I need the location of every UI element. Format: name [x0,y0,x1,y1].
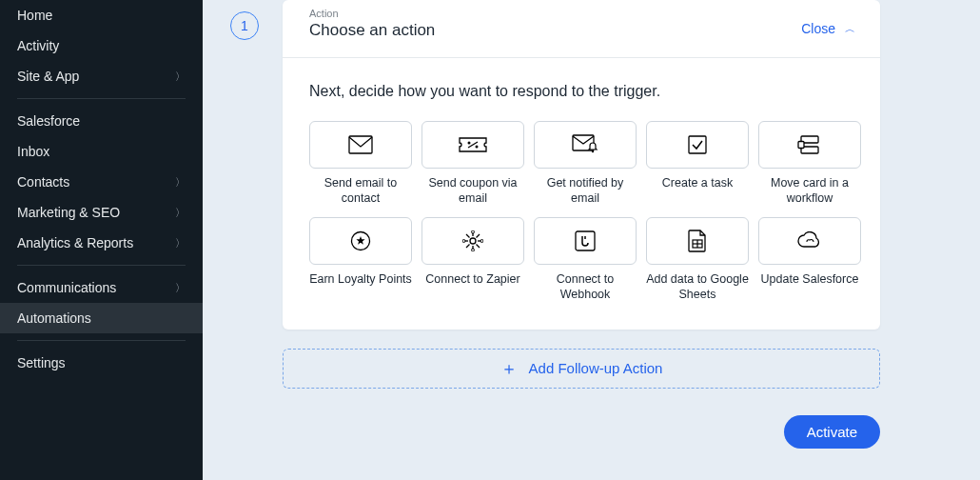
action-mail[interactable]: Send email to contact [309,121,412,206]
sheets-icon [646,217,749,265]
panel-title: Choose an action [309,21,801,40]
action-coupon[interactable]: Send coupon via email [421,121,524,206]
nav-settings[interactable]: Settings [0,348,203,378]
nav-activity[interactable]: Activity [0,30,203,61]
svg-point-20 [472,230,475,233]
nav-analytics[interactable]: Analytics & Reports〉 [0,228,203,258]
nav-salesforce[interactable]: Salesforce [0,106,203,136]
svg-point-5 [592,150,594,152]
chevron-right-icon: 〉 [175,206,186,220]
svg-rect-9 [798,142,804,149]
svg-rect-6 [689,136,706,153]
nav-communications[interactable]: Communications〉 [0,272,203,303]
action-label: Connect to Webhook [534,272,637,302]
cloud-icon [758,217,861,265]
svg-line-19 [477,234,480,238]
zapier-icon [421,217,524,265]
nav-group-4: Settings [0,348,203,378]
svg-rect-0 [349,136,372,153]
action-sheets[interactable]: Add data to Google Sheets [646,217,749,302]
action-task[interactable]: Create a task [646,121,749,206]
action-label: Move card in a workflow [758,176,861,206]
add-followup-button[interactable]: ＋ Add Follow-up Action [283,349,880,389]
close-button[interactable]: Close ︿ [801,21,855,36]
plus-icon: ＋ [500,357,518,380]
step-indicator: 1 [230,11,259,40]
action-label: Add data to Google Sheets [646,272,749,302]
action-label: Update Salesforce [761,272,859,288]
svg-point-21 [472,249,475,251]
panel-prompt: Next, decide how you want to respond to … [309,83,853,100]
svg-point-2 [476,146,479,149]
panel-container: 1 Action Choose an action Close ︿ Next, … [283,0,980,449]
svg-point-22 [462,240,465,243]
nav-contacts[interactable]: Contacts〉 [0,167,203,197]
chevron-up-icon: ︿ [845,22,855,36]
nav-automations[interactable]: Automations [0,303,203,333]
nav-inbox[interactable]: Inbox [0,136,203,167]
mail-icon [309,121,412,169]
chevron-right-icon: 〉 [175,70,186,84]
svg-rect-24 [576,231,595,250]
action-workflow[interactable]: Move card in a workflow [758,121,861,206]
action-label: Send email to contact [309,176,412,206]
nav-group-1: Home Activity Site & App〉 [0,0,203,91]
action-label: Get notified by email [534,176,637,206]
action-star[interactable]: Earn Loyalty Points [309,217,412,302]
svg-point-1 [468,142,471,145]
sidebar: Home Activity Site & App〉 Salesforce Inb… [0,0,203,480]
action-zapier[interactable]: Connect to Zapier [421,217,524,302]
svg-line-18 [466,245,470,249]
nav-group-2: Salesforce Inbox Contacts〉 Marketing & S… [0,106,203,258]
workflow-icon [758,121,861,169]
divider [17,340,186,341]
nav-home[interactable]: Home [0,0,203,30]
action-cloud[interactable]: Update Salesforce [758,217,861,302]
activate-button[interactable]: Activate [784,415,880,449]
panel-header: 1 Action Choose an action Close ︿ [283,0,880,58]
chevron-right-icon: 〉 [175,281,186,295]
footer-actions: Activate [283,415,880,449]
panel-body: Next, decide how you want to respond to … [283,58,880,330]
action-label: Earn Loyalty Points [309,272,412,288]
chevron-right-icon: 〉 [175,236,186,250]
divider [17,265,186,266]
coupon-icon [421,121,524,169]
action-webhook[interactable]: Connect to Webhook [534,217,637,302]
action-panel: 1 Action Choose an action Close ︿ Next, … [283,0,880,330]
webhook-icon [534,217,637,265]
panel-section-label: Action [309,8,801,19]
svg-point-23 [480,240,483,243]
nav-group-3: Communications〉 Automations [0,272,203,333]
svg-line-17 [477,245,480,249]
svg-point-11 [470,238,476,244]
action-label: Connect to Zapier [425,272,519,288]
action-label: Send coupon via email [421,176,524,206]
nav-site-app[interactable]: Site & App〉 [0,61,203,91]
action-notify[interactable]: Get notified by email [534,121,637,206]
main-area: 1 Action Choose an action Close ︿ Next, … [203,0,980,480]
action-label: Create a task [662,176,733,191]
actions-grid: Send email to contactSend coupon via ema… [309,121,853,303]
notify-icon [534,121,637,169]
chevron-right-icon: 〉 [175,175,186,190]
nav-marketing[interactable]: Marketing & SEO〉 [0,197,203,228]
star-icon [309,217,412,265]
svg-line-16 [466,234,470,238]
task-icon [646,121,749,169]
divider [17,98,186,99]
